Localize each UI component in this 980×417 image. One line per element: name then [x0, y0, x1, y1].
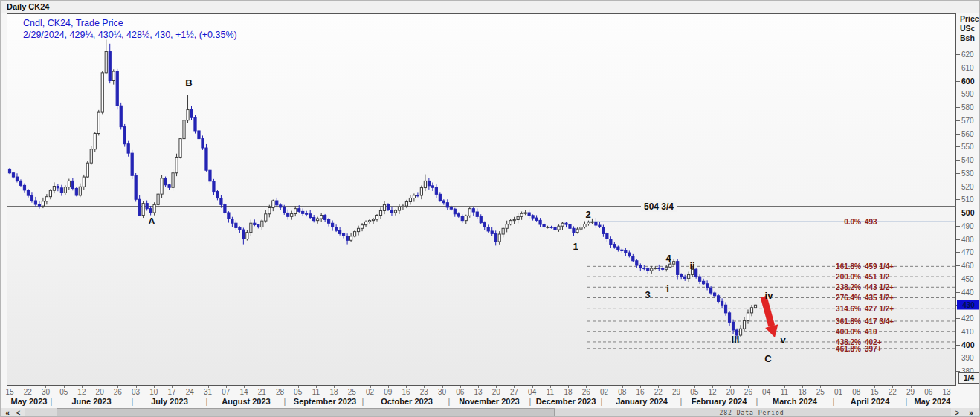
candle-body — [179, 139, 181, 158]
candle-body — [116, 71, 118, 106]
candle-body — [457, 214, 460, 216]
day-tick-label: 04 — [528, 388, 536, 396]
candle-body — [643, 268, 645, 269]
time-scrollbar[interactable]: « < 282 Data Period > » — [1, 408, 980, 417]
fib-label-7-pct: 400.0% — [831, 327, 861, 335]
scroll-left-button[interactable]: < — [13, 408, 23, 417]
fib-label-3-pct: 238.2% — [831, 283, 861, 291]
candle-body — [409, 198, 411, 201]
candle-body — [27, 190, 29, 195]
scroll-right-button[interactable]: > — [952, 408, 962, 417]
price-tick-mark — [956, 134, 960, 135]
month-separator: | — [362, 397, 364, 406]
day-tick-label: 21 — [258, 388, 266, 396]
candle-body — [520, 213, 523, 216]
candle-body — [317, 219, 319, 221]
price-tick-mark — [956, 94, 960, 94]
candle-body — [699, 277, 701, 281]
tick-size-box: 1/4 — [958, 372, 979, 384]
scroll-far-right-button[interactable]: » — [964, 408, 978, 417]
candle-body — [602, 227, 605, 234]
candle-body — [509, 221, 512, 224]
price-tick-mark — [956, 160, 960, 161]
candle-body — [632, 256, 634, 261]
candle-body — [446, 203, 448, 207]
candle-body — [183, 120, 185, 139]
price-tick-mark — [956, 318, 960, 319]
candle-body — [375, 216, 378, 219]
wave-label-ii: ii — [689, 260, 694, 271]
price-tick-mark — [956, 68, 960, 68]
candle-body — [320, 216, 323, 219]
fib-label-4-value: 435 1/2+ — [865, 294, 894, 302]
month-label-november-2023: November 2023 — [459, 397, 519, 406]
price-tick-label-410: 410 — [961, 327, 974, 335]
candle-body — [728, 313, 730, 322]
candle-body — [647, 268, 649, 271]
candle-body — [291, 213, 293, 216]
candle-body — [42, 201, 44, 206]
day-tick-label: 30 — [438, 388, 446, 396]
candle-body — [324, 216, 326, 220]
price-tick-label-450: 450 — [961, 274, 974, 282]
candle-body — [276, 201, 278, 205]
candle-body — [335, 227, 338, 231]
candle-body — [239, 227, 241, 230]
projection-arrow-shaft — [764, 297, 772, 326]
price-tick-mark — [956, 345, 960, 346]
scrollbar-thumb[interactable] — [57, 408, 555, 417]
candle-body — [621, 250, 623, 250]
candle-body — [198, 131, 200, 139]
day-tick-label: 11 — [312, 388, 320, 396]
fib-label-6-value: 417 3/4+ — [865, 317, 894, 325]
price-tick-label-400: 400 — [961, 340, 975, 349]
candle-body — [669, 264, 671, 267]
day-tick-label: 02 — [600, 388, 608, 396]
candle-body — [569, 224, 571, 228]
day-tick-label: 20 — [96, 388, 104, 396]
candle-body — [131, 153, 133, 175]
scroll-far-left-button[interactable]: « — [2, 408, 13, 417]
day-tick-label: 09 — [384, 388, 392, 396]
candle-body — [468, 209, 471, 216]
candle-body — [101, 73, 103, 112]
day-tick-label: 07 — [222, 388, 230, 396]
candle-body — [283, 207, 286, 213]
candle-body — [294, 209, 297, 214]
price-tick-label-490: 490 — [961, 222, 974, 230]
fib-label-0-value: 493 — [865, 218, 877, 226]
fib-label-9: 461.8%397+ — [831, 344, 882, 352]
candle-body — [339, 230, 341, 233]
month-separator: | — [906, 397, 908, 406]
day-tick-label: 20 — [492, 388, 500, 396]
candle-body — [142, 204, 144, 216]
candle-body — [580, 227, 582, 230]
day-tick-label: 12 — [77, 388, 86, 396]
price-tick-mark — [956, 239, 960, 240]
candle-body — [105, 51, 107, 72]
candle-body — [402, 206, 404, 207]
month-label-june-2023: June 2023 — [71, 397, 111, 406]
candle-body — [387, 204, 389, 210]
wave-label-1: 1 — [573, 241, 578, 252]
candle-body — [584, 224, 586, 227]
fib-label-5: 314.6%427 1/2+ — [831, 304, 894, 312]
price-chart-canvas[interactable] — [1, 1, 980, 417]
price-tick-label-540: 540 — [961, 156, 974, 164]
day-tick-label: 25 — [816, 388, 825, 396]
day-tick-label: 06 — [456, 388, 464, 396]
price-tick-mark — [956, 81, 960, 82]
candle-body — [153, 204, 155, 213]
candle-body — [127, 144, 129, 153]
price-tick-mark — [956, 213, 960, 213]
day-tick-label: 18 — [799, 388, 807, 396]
candle-body — [161, 178, 163, 194]
price-tick-label-610: 610 — [961, 63, 974, 71]
fib-label-6-pct: 361.8% — [831, 317, 861, 325]
price-tick-label-500: 500 — [961, 208, 975, 217]
candle-body — [19, 181, 22, 185]
day-tick-label: 08 — [618, 388, 626, 396]
candle-body — [8, 169, 10, 172]
candle-body — [435, 187, 437, 194]
price-tick-mark — [956, 226, 960, 227]
